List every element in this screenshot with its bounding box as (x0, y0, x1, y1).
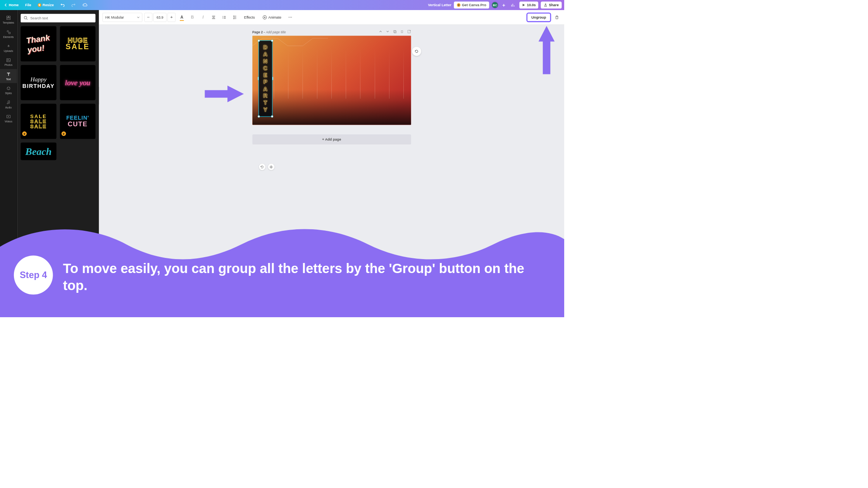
animate-icon (262, 15, 267, 20)
delete-button[interactable] (553, 14, 561, 21)
italic-button[interactable]: I (199, 13, 207, 22)
text-template-thank-you[interactable]: Thankyou! (21, 26, 56, 62)
delete-page-button[interactable] (400, 30, 404, 34)
vletter: A (264, 86, 267, 93)
vletter: N (264, 58, 267, 65)
add-page-icon (407, 30, 411, 34)
svg-point-3 (7, 31, 9, 32)
list-icon (222, 15, 227, 20)
copy-icon (393, 30, 397, 34)
text-template-feelin-cute[interactable]: FEELIN'CUTE♛ (60, 104, 95, 139)
vletter: A (264, 51, 267, 58)
text-template-sale[interactable]: SALESALESALE♛ (21, 104, 56, 139)
animate-button[interactable]: Animate (260, 15, 284, 20)
svg-rect-4 (9, 32, 10, 34)
svg-point-15 (222, 18, 223, 19)
page-title-input[interactable] (266, 30, 308, 34)
vletter: E (264, 72, 267, 79)
home-label: Home (9, 3, 19, 7)
page-collapse-down[interactable] (386, 30, 389, 34)
crown-icon: ♛ (22, 131, 27, 136)
resize-handle-mr[interactable] (272, 77, 273, 80)
nav-uploads[interactable]: Uploads (0, 41, 17, 55)
chevron-left-icon (4, 3, 7, 7)
rotate-icon (260, 165, 264, 168)
insights-button[interactable] (509, 2, 517, 9)
svg-point-14 (222, 17, 223, 18)
list-button[interactable] (220, 13, 228, 22)
cloud-status-button[interactable] (81, 2, 89, 9)
more-button[interactable]: ⋯ (286, 13, 294, 22)
resize-handle-tr[interactable] (271, 40, 273, 42)
vletter: P (264, 79, 267, 86)
rotate-handle[interactable] (259, 163, 265, 170)
resize-handle-tl[interactable] (258, 40, 260, 42)
align-button[interactable] (209, 13, 218, 22)
regenerate-button[interactable] (412, 47, 421, 56)
effects-button[interactable]: Effects (241, 13, 258, 22)
elements-icon (6, 29, 11, 34)
crown-icon: ♛ (457, 3, 460, 7)
spacing-button[interactable] (231, 13, 239, 22)
get-pro-button[interactable]: ♛ Get Canva Pro (454, 2, 489, 9)
audio-icon (6, 100, 11, 105)
page-header: Page 2 - (252, 30, 411, 34)
add-member-button[interactable]: + (501, 1, 506, 9)
design-name[interactable]: Vertical Letter (428, 3, 451, 7)
text-template-love-you[interactable]: love you (60, 65, 95, 100)
file-button[interactable]: File (24, 2, 33, 8)
canvas-page[interactable]: D A N C E P A R T Y (252, 36, 411, 125)
redo-button[interactable] (70, 2, 78, 9)
add-page-inline-button[interactable] (407, 30, 411, 34)
nav-styles[interactable]: Styles (0, 83, 17, 97)
move-icon (270, 165, 273, 168)
font-size-value[interactable]: 63.9 (153, 13, 167, 22)
selected-element[interactable]: D A N C E P A R T Y (258, 40, 272, 117)
resize-button[interactable]: ♛ Resize (36, 2, 55, 8)
svg-rect-18 (394, 31, 396, 33)
font-size-decrease[interactable]: − (144, 13, 152, 22)
nav-elements[interactable]: Elements (0, 27, 17, 41)
undo-button[interactable] (59, 2, 67, 9)
bold-button[interactable]: B (188, 13, 197, 22)
tutorial-text: To move easily, you can group all the le… (63, 260, 549, 295)
search-box[interactable] (21, 14, 95, 22)
svg-rect-5 (7, 58, 10, 62)
vletter: Y (264, 106, 267, 113)
svg-point-6 (8, 59, 9, 60)
text-template-beach[interactable]: Beach (21, 143, 56, 160)
move-handle[interactable] (268, 163, 274, 170)
home-button[interactable]: Home (3, 2, 20, 8)
resize-handle-ml[interactable] (258, 77, 259, 80)
search-input[interactable] (30, 16, 93, 20)
svg-point-7 (7, 87, 10, 90)
resize-handle-br[interactable] (271, 115, 273, 118)
text-template-huge-sale[interactable]: HUGESALE (60, 26, 95, 62)
present-button[interactable]: 10.0s (519, 2, 538, 9)
add-page-button[interactable]: + Add page (252, 134, 411, 144)
svg-rect-1 (9, 16, 10, 18)
avatar[interactable]: BC (492, 2, 498, 9)
crown-icon: ♛ (38, 3, 41, 7)
chart-icon (511, 3, 515, 7)
resize-handle-bl[interactable] (258, 115, 260, 118)
duplicate-page-button[interactable] (393, 30, 397, 34)
nav-text[interactable]: Text (0, 69, 17, 83)
svg-rect-0 (7, 16, 8, 18)
trash-icon (555, 15, 559, 20)
share-button[interactable]: Share (541, 2, 562, 9)
nav-audio[interactable]: Audio (0, 97, 17, 111)
page-collapse-up[interactable] (379, 30, 382, 34)
vletter: C (264, 65, 267, 72)
align-icon (211, 15, 216, 20)
nav-templates[interactable]: Templates (0, 13, 17, 27)
font-size-increase[interactable]: + (167, 13, 176, 22)
ungroup-button[interactable]: Ungroup (526, 12, 551, 22)
font-select[interactable]: HK Modular (103, 13, 143, 22)
nav-photos[interactable]: Photos (0, 55, 17, 69)
svg-point-13 (222, 16, 223, 17)
text-template-birthday[interactable]: HappyBIRTHDAY (21, 65, 56, 100)
nav-videos[interactable]: Videos (0, 111, 17, 125)
text-color-button[interactable]: A (177, 13, 186, 22)
search-icon (24, 16, 28, 21)
